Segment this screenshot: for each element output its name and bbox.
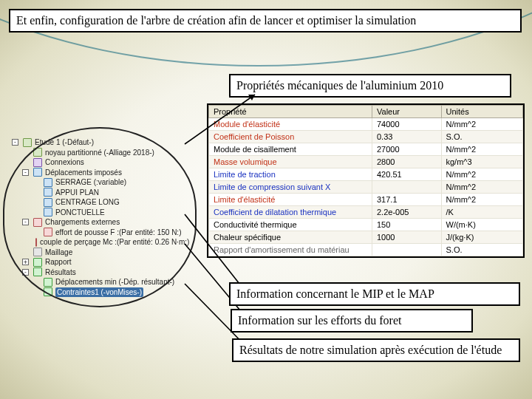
cell-property-value: 150 bbox=[372, 219, 442, 231]
cell-property-unit: /K bbox=[441, 206, 523, 219]
tree-item-label: couple de perçage Mc :(Par entité: 0.26 … bbox=[40, 237, 189, 248]
cell-property-unit: S.O. bbox=[441, 131, 523, 143]
tree-item[interactable]: SERRAGE (:variable) bbox=[12, 177, 189, 188]
tree-item-label: Déplacements min (-Dép. résultant-) bbox=[55, 277, 174, 287]
cell-property-name: Limite de traction bbox=[209, 168, 372, 181]
label-resultats-simulation: Résultats de notre simulation après exéc… bbox=[232, 338, 520, 362]
table-row[interactable]: Module de cisaillement27000N/mm^2 bbox=[209, 143, 523, 156]
label-efforts-foret: Information sur les efforts du foret bbox=[231, 309, 473, 332]
cell-property-unit: S.O. bbox=[441, 244, 523, 256]
mesh-icon bbox=[33, 248, 42, 256]
tree-item-label: PONCTUELLE bbox=[55, 208, 105, 218]
table-row[interactable]: Limite de compression suivant XN/mm^2 bbox=[209, 181, 523, 194]
label-mip-map: Information concernant le MIP et le MAP bbox=[229, 282, 520, 306]
tree-item-label: Etude 1 (-Défaut-) bbox=[35, 137, 94, 148]
tree-item-label: SERRAGE (:variable) bbox=[55, 177, 126, 188]
load-icon bbox=[44, 228, 52, 236]
tree-item-label: Connexions bbox=[45, 157, 84, 168]
table-row[interactable]: Limite d'élasticité317.1N/mm^2 bbox=[209, 194, 523, 206]
cell-property-name: Module d'élasticité bbox=[209, 118, 372, 131]
table-row[interactable]: Rapport d'amortissement du matériauS.O. bbox=[209, 244, 523, 256]
cell-property-name: Chaleur spécifique bbox=[209, 231, 372, 244]
tree-item-label: effort de pousse F :(Par entité: 150 N:) bbox=[55, 228, 181, 238]
cell-property-value: 1000 bbox=[372, 231, 442, 244]
cell-property-value: 2800 bbox=[372, 156, 442, 168]
tree-item[interactable]: couple de perçage Mc :(Par entité: 0.26 … bbox=[12, 237, 189, 248]
cell-property-unit: W/(m·K) bbox=[441, 219, 523, 231]
part-icon bbox=[23, 138, 32, 147]
tree-item[interactable]: PONCTUELLE bbox=[12, 208, 189, 218]
tree-item-label: Maillage bbox=[45, 248, 72, 258]
page-title: Et enfin, configuration de l'arbre de cr… bbox=[9, 9, 522, 33]
tree-item[interactable]: effort de pousse F :(Par entité: 150 N:) bbox=[12, 228, 189, 238]
cell-property-unit: N/mm^2 bbox=[441, 181, 523, 194]
tree-item[interactable]: noyau partitionné (-Alliage 2018-) bbox=[12, 148, 189, 158]
cell-property-value: 317.1 bbox=[372, 194, 442, 206]
tree-item[interactable]: Déplacements min (-Dép. résultant-) bbox=[12, 277, 189, 287]
cell-property-unit: N/mm^2 bbox=[441, 168, 523, 181]
cell-property-unit: N/mm^2 bbox=[441, 194, 523, 206]
cell-property-value: 2.2e-005 bbox=[372, 206, 442, 219]
table-row[interactable]: Coefficient de Poisson0.33S.O. bbox=[209, 131, 523, 143]
header-property[interactable]: Propriété bbox=[209, 106, 372, 118]
table-row[interactable]: Chaleur spécifique1000J/(kg·K) bbox=[209, 231, 523, 244]
cell-property-name: Rapport d'amortissement du matériau bbox=[209, 244, 372, 256]
collapse-icon[interactable]: - bbox=[12, 139, 18, 146]
cell-property-unit: N/mm^2 bbox=[441, 118, 523, 131]
collapse-icon[interactable]: - bbox=[22, 169, 29, 176]
expand-icon[interactable]: + bbox=[22, 259, 29, 265]
cell-property-name: Conductivité thermique bbox=[209, 219, 372, 231]
material-properties-table: Propriété Valeur Unités Module d'élastic… bbox=[207, 103, 525, 258]
label-aluminium-properties: Propriétés mécaniques de l'aluminium 201… bbox=[229, 74, 511, 98]
tree-item[interactable]: APPUI PLAN bbox=[12, 188, 189, 198]
table-row[interactable]: Coefficient de dilatation thermique2.2e-… bbox=[209, 206, 523, 219]
arrow-icon bbox=[44, 178, 52, 187]
table-row[interactable]: Module d'élasticité74000N/mm^2 bbox=[209, 118, 523, 131]
cell-property-value: 0.33 bbox=[372, 131, 442, 143]
conn-icon bbox=[33, 158, 42, 167]
cell-property-value: 420.51 bbox=[372, 168, 442, 181]
collapse-icon[interactable]: - bbox=[22, 219, 29, 225]
arrow-icon bbox=[44, 208, 52, 216]
feature-tree-panel: -Etude 1 (-Défaut-)noyau partitionné (-A… bbox=[7, 133, 192, 301]
arrow-icon bbox=[33, 168, 42, 177]
header-unit[interactable]: Unités bbox=[441, 106, 523, 118]
cell-property-name: Coefficient de dilatation thermique bbox=[209, 206, 372, 219]
tree-item[interactable]: -Chargements externes bbox=[12, 217, 189, 228]
tree-item-label: Rapport bbox=[45, 257, 72, 267]
tree-item-label: noyau partitionné (-Alliage 2018-) bbox=[45, 148, 154, 158]
tree-item[interactable]: -Etude 1 (-Défaut-) bbox=[12, 137, 189, 148]
table-row[interactable]: Conductivité thermique150W/(m·K) bbox=[209, 219, 523, 231]
cell-property-value: 27000 bbox=[372, 143, 442, 156]
cell-property-unit: N/mm^2 bbox=[441, 143, 523, 156]
cell-property-unit: J/(kg·K) bbox=[441, 231, 523, 244]
part-icon bbox=[33, 148, 42, 157]
cell-property-name: Masse volumique bbox=[209, 156, 372, 168]
arrow-icon bbox=[44, 188, 52, 197]
collapse-icon[interactable]: - bbox=[22, 269, 29, 276]
cell-property-value bbox=[372, 244, 442, 256]
tree-item[interactable]: CENTRAGE LONG bbox=[12, 197, 189, 208]
tree-item[interactable]: Maillage bbox=[12, 248, 189, 258]
cell-property-name: Module de cisaillement bbox=[209, 143, 372, 156]
tree-item-label: Contraintes1 (-vonMises-) bbox=[55, 287, 143, 298]
table-row[interactable]: Limite de traction420.51N/mm^2 bbox=[209, 168, 523, 181]
tree-item[interactable]: -Déplacements imposés bbox=[12, 168, 189, 178]
tree-item-label: Chargements externes bbox=[45, 217, 120, 228]
result-icon bbox=[33, 267, 42, 276]
cell-property-value: 74000 bbox=[372, 118, 442, 131]
cell-property-name: Limite de compression suivant X bbox=[209, 181, 372, 194]
tree-item-label: Déplacements imposés bbox=[45, 168, 122, 178]
tree-item[interactable]: Connexions bbox=[12, 157, 189, 168]
cell-property-unit: kg/m^3 bbox=[441, 156, 523, 168]
tree-item[interactable]: Contraintes1 (-vonMises-) bbox=[12, 287, 189, 298]
tree-item-label: CENTRAGE LONG bbox=[55, 197, 120, 208]
tree-item[interactable]: -Résultats bbox=[12, 267, 189, 278]
tree-item[interactable]: +Rapport bbox=[12, 257, 189, 267]
header-value[interactable]: Valeur bbox=[372, 106, 442, 118]
table-row[interactable]: Masse volumique2800kg/m^3 bbox=[209, 156, 523, 168]
tree-item-label: Résultats bbox=[45, 267, 76, 278]
load-icon bbox=[33, 218, 42, 227]
result-icon bbox=[44, 278, 52, 287]
cell-property-value bbox=[372, 181, 442, 194]
